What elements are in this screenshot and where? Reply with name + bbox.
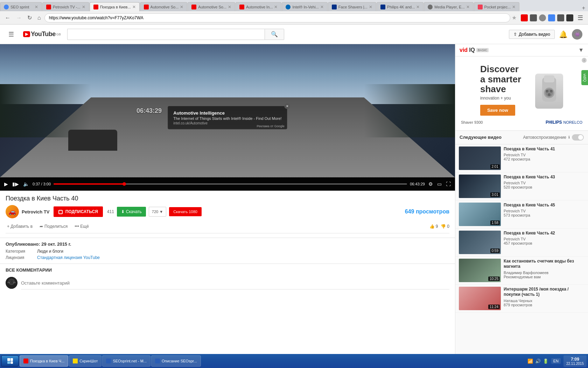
bookmark-button[interactable]: ★ — [512, 14, 517, 21]
tab-favicon — [478, 5, 483, 9]
browser-tab-tab10[interactable]: Media Player, E... ✕ — [424, 2, 473, 11]
comments-section: ВСЕ КОММЕНТАРИИ — [0, 264, 455, 293]
license-value[interactable]: Стандартная лицензия YouTube — [37, 255, 100, 260]
volume-button[interactable]: 🔈 — [22, 181, 30, 187]
new-tab-button[interactable]: + — [579, 5, 588, 11]
tray-battery-icon[interactable]: 🔋 — [543, 359, 548, 364]
tab-close-button[interactable]: ✕ — [274, 5, 278, 9]
ext-icon-3[interactable] — [539, 14, 546, 21]
svg-point-2 — [9, 279, 14, 284]
next-button[interactable]: ▮▶ — [12, 181, 20, 187]
taskbar-item[interactable]: Поездка в Киев Ч... — [20, 355, 68, 367]
browser-tab-tab9[interactable]: Philips 4K and... ✕ — [377, 2, 424, 11]
browser-chrome: SEO sprint ✕ Petrovich TV -... ✕ Поездка… — [0, 0, 588, 25]
more-button[interactable]: ••• Ещё — [73, 223, 90, 230]
fullscreen-button[interactable]: ⛶ — [445, 181, 451, 187]
back-button[interactable]: ← — [3, 14, 13, 22]
sidebar-video-item[interactable]: 10:25 Как остановить счетчик воды без ма… — [455, 257, 588, 285]
channel-name[interactable]: Petrovich TV — [22, 209, 49, 214]
ad-info-icon[interactable]: i — [582, 58, 587, 63]
forward-button[interactable]: → — [14, 14, 24, 22]
sidebar-video-list: 2:01 Поездка в Киев Часть 41 Petrovich T… — [455, 144, 588, 313]
sidebar-view-count: 879 просмотров — [504, 303, 584, 307]
search-button[interactable]: 🔍 — [265, 29, 284, 40]
search-input[interactable] — [67, 29, 265, 40]
dislike-button[interactable]: 👎 0 — [441, 224, 449, 229]
browser-tab-tab6[interactable]: Automotive In... ✕ — [236, 2, 281, 11]
subscribe-button[interactable]: Подписаться — [54, 206, 103, 217]
comment-input[interactable] — [21, 277, 449, 289]
sidebar-video-item[interactable]: 11:24 Интершарм 2015 /моя поездка /покуп… — [455, 285, 588, 313]
tab-close-button[interactable]: ✕ — [466, 5, 470, 9]
ext-icon-1[interactable] — [521, 14, 528, 21]
download-button[interactable]: ⬇ Скачать — [117, 207, 146, 217]
tray-network-icon[interactable]: 📶 — [527, 359, 533, 364]
like-count: 9 — [436, 224, 438, 229]
ext-icon-2[interactable] — [530, 14, 537, 21]
home-button[interactable]: ⌂ — [35, 14, 43, 22]
ext-icon-6[interactable] — [566, 14, 573, 21]
tray-volume-icon[interactable]: 🔊 — [535, 359, 541, 364]
share-button[interactable]: ➦ Поделиться — [38, 223, 69, 230]
tab-close-button[interactable]: ✕ — [228, 5, 231, 9]
start-button[interactable] — [1, 355, 19, 367]
browser-tab-tab5[interactable]: Automotive So... ✕ — [188, 2, 235, 11]
time-total: 3:00 — [43, 182, 51, 186]
browser-tab-tab4[interactable]: Automotive So... ✕ — [140, 2, 188, 11]
autoplay-toggle[interactable] — [572, 134, 584, 141]
ext-icon-5[interactable] — [557, 14, 564, 21]
sidebar-video-item[interactable]: 0:59 Поездка в Киев Часть 42 Petrovich T… — [455, 229, 588, 257]
browser-tab-tab8[interactable]: Face Shavers |... ✕ — [328, 2, 376, 11]
tab-close-button[interactable]: ✕ — [416, 5, 420, 9]
ad-save-button[interactable]: Save now — [480, 105, 515, 116]
settings-button[interactable]: ☰ — [575, 13, 585, 22]
taskbar-item[interactable]: SEOsprint.net - М... — [102, 355, 150, 367]
time-current: 0:37 — [33, 182, 40, 186]
sidebar-video-item[interactable]: 3:01 Поездка в Киев Часть 43 Petrovich T… — [455, 172, 588, 200]
tab-label: Automotive So... — [198, 5, 226, 9]
ext-icon-4[interactable] — [548, 14, 555, 21]
address-bar[interactable] — [44, 13, 510, 22]
tab-close-button[interactable]: ✕ — [35, 5, 38, 9]
clock-time: 7:09 — [566, 357, 584, 362]
youtube-logo[interactable]: ▶ YouTube GB — [23, 30, 61, 38]
settings-ctrl-button[interactable]: ⚙ — [428, 181, 434, 187]
language-selector[interactable]: EN — [551, 358, 561, 364]
autoplay-info-icon[interactable]: ℹ — [568, 135, 570, 139]
download-720-button[interactable]: 720 ▼ — [149, 207, 166, 217]
user-avatar[interactable]: 👾 — [572, 29, 582, 40]
browser-tab-tab7[interactable]: Intel® In-Vehi... ✕ — [282, 2, 327, 11]
tab-close-button[interactable]: ✕ — [512, 5, 516, 9]
channel-avatar[interactable]: 🚗 — [6, 205, 19, 218]
add-to-button[interactable]: + Добавить в — [6, 223, 34, 230]
download-1080-button[interactable]: Скачать 1080 — [169, 207, 202, 216]
vidiq-side-tab[interactable]: vidIQ — [581, 70, 588, 85]
thumb-duration: 3:01 — [490, 192, 500, 197]
hamburger-menu[interactable]: ☰ — [6, 28, 17, 41]
upload-button[interactable]: ⇧ Добавить видео — [509, 30, 555, 39]
browser-tab-tab2[interactable]: Petrovich TV -... ✕ — [42, 2, 89, 11]
tab-close-button[interactable]: ✕ — [369, 5, 372, 9]
time-display: 0:37 / 3:00 — [33, 182, 51, 186]
vidiq-collapse-button[interactable]: ▼ — [578, 47, 584, 53]
miniplayer-button[interactable]: ▭ — [436, 181, 442, 187]
tab-close-button[interactable]: ✕ — [180, 5, 183, 9]
svg-point-5 — [10, 281, 11, 281]
video-placeholder[interactable]: 06:43:29 ✕ Automotive Intelligence The I… — [0, 44, 455, 177]
browser-tab-tab1[interactable]: SEO sprint ✕ — [0, 2, 42, 11]
sidebar-video-item[interactable]: 2:01 Поездка в Киев Часть 41 Petrovich T… — [455, 144, 588, 172]
like-button[interactable]: 👍 9 — [429, 224, 438, 229]
reload-button[interactable]: ↻ — [25, 14, 34, 22]
progress-bar[interactable] — [54, 183, 407, 185]
notifications-bell-icon[interactable]: 🔔 — [559, 30, 568, 39]
taskbar-item[interactable]: СкринШот — [69, 355, 102, 367]
tab-close-button[interactable]: ✕ — [320, 5, 324, 9]
tab-close-button[interactable]: ✕ — [82, 5, 85, 9]
tab-close-button[interactable]: ✕ — [132, 5, 136, 9]
clock[interactable]: 7:09 22.11.2015 — [564, 355, 587, 367]
sidebar-video-item[interactable]: 1:58 Поездка в Киев Часть 45 Petrovich T… — [455, 200, 588, 229]
play-button[interactable]: ▶ — [4, 181, 9, 187]
browser-tab-tab3[interactable]: Поездка в Киев... ✕ — [90, 2, 140, 11]
browser-tab-tab11[interactable]: Pocket projec... ✕ — [474, 2, 520, 11]
taskbar-item[interactable]: Описание SEOspr... — [151, 355, 201, 367]
